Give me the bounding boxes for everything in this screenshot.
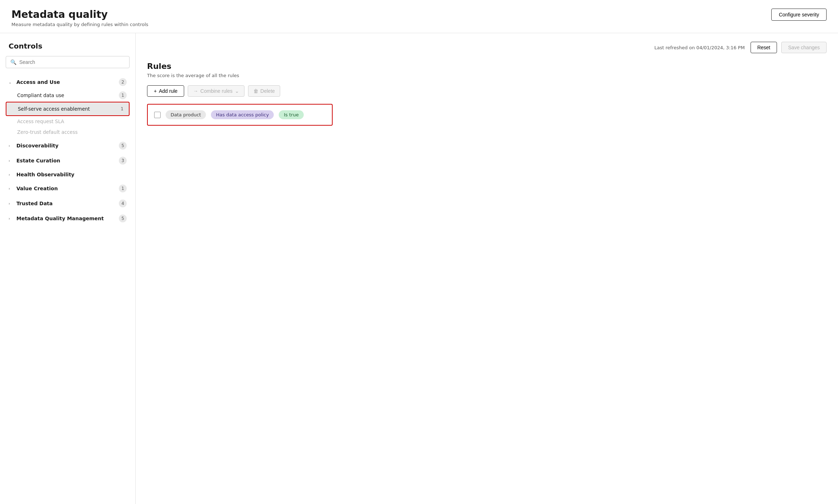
add-rule-button[interactable]: + Add rule [147,85,184,97]
sidebar-item-label-zero-trust: Zero-trust default access [17,129,78,135]
header: Metadata quality Measure metadata qualit… [0,0,838,33]
last-refreshed-label: Last refreshed on 04/01/2024, 3:16 PM [654,45,744,50]
combine-rules-label: Combine rules [200,88,232,94]
search-icon: 🔍 [10,59,16,65]
page-subtitle: Measure metadata quality by defining rul… [11,22,148,27]
delete-label: Delete [261,88,275,94]
sidebar-group-header-left-td: › Trusted Data [9,201,53,206]
chevron-right-icon-disc: › [9,144,14,148]
rules-subtitle: The score is the average of all the rule… [147,73,827,78]
sidebar-group-header-mqm[interactable]: › Metadata Quality Management 5 [6,212,130,225]
trash-icon: 🗑 [253,88,258,94]
chevron-right-icon-ho: › [9,173,14,177]
group-count-value-creation: 1 [119,185,127,192]
sidebar-item-label-self-serve: Self-serve access enablement [18,106,90,112]
group-count-mqm: 5 [119,215,127,222]
sidebar-group-header-discoverability[interactable]: › Discoverability 5 [6,139,130,152]
content-topbar: Last refreshed on 04/01/2024, 3:16 PM Re… [147,42,827,53]
rule-row: Data product Has data access policy Is t… [147,104,333,126]
sidebar-group-header-health-observability[interactable]: › Health Observability [6,169,130,180]
group-count-discoverability: 5 [119,142,127,150]
sidebar-group-header-left-ho: › Health Observability [9,172,74,177]
content-area: Last refreshed on 04/01/2024, 3:16 PM Re… [136,33,838,504]
rule-value-tag: Is true [279,110,303,119]
delete-button: 🗑 Delete [248,85,280,97]
sidebar: Controls 🔍 ⌄ Access and Use 2 Compliant … [0,33,136,504]
sidebar-group-health-observability: › Health Observability [6,169,130,180]
save-changes-button: Save changes [781,42,827,53]
chevron-right-icon-vc: › [9,187,14,191]
rules-section: Rules The score is the average of all th… [147,62,827,126]
sidebar-item-self-serve-access[interactable]: Self-serve access enablement 1 [6,102,130,116]
group-label-access-and-use: Access and Use [16,79,60,85]
rules-toolbar: + Add rule → Combine rules ⌄ 🗑 Delete [147,85,827,97]
search-input[interactable] [19,59,125,65]
sidebar-group-header-left-mqm: › Metadata Quality Management [9,216,104,221]
add-rule-label: Add rule [159,88,177,94]
sidebar-group-discoverability: › Discoverability 5 [6,139,130,152]
main-layout: Controls 🔍 ⌄ Access and Use 2 Compliant … [0,33,838,504]
rules-list: Data product Has data access policy Is t… [147,104,827,126]
group-label-mqm: Metadata Quality Management [16,216,104,221]
chevron-down-icon-combine: ⌄ [235,88,239,94]
sidebar-group-header-left: ⌄ Access and Use [9,79,60,85]
group-count-access-and-use: 2 [119,78,127,86]
sidebar-group-value-creation: › Value Creation 1 [6,182,130,195]
group-label-health-observability: Health Observability [16,172,74,177]
chevron-right-icon-td: › [9,202,14,206]
sidebar-title: Controls [6,42,130,50]
reset-button[interactable]: Reset [751,42,777,53]
sidebar-group-trusted-data: › Trusted Data 4 [6,197,130,210]
chevron-right-icon-mqm: › [9,217,14,221]
sidebar-group-estate-curation: › Estate Curation 3 [6,154,130,167]
group-label-estate-curation: Estate Curation [16,158,60,163]
page-container: Metadata quality Measure metadata qualit… [0,0,838,504]
sidebar-group-header-left-vc: › Value Creation [9,186,58,191]
header-left: Metadata quality Measure metadata qualit… [11,9,148,27]
chevron-right-icon-ec: › [9,159,14,163]
sidebar-item-label-access-request-sla: Access request SLA [17,119,64,124]
sidebar-group-metadata-quality-management: › Metadata Quality Management 5 [6,212,130,225]
sidebar-item-access-request-sla[interactable]: Access request SLA [6,116,130,127]
sidebar-group-header-left-ec: › Estate Curation [9,158,60,163]
combine-rules-button: → Combine rules ⌄ [188,85,244,97]
sidebar-group-header-access-and-use[interactable]: ⌄ Access and Use 2 [6,75,130,89]
item-count-compliant-data-use: 1 [119,91,127,99]
sidebar-group-header-estate-curation[interactable]: › Estate Curation 3 [6,154,130,167]
group-label-value-creation: Value Creation [16,186,58,191]
sidebar-group-header-left-disc: › Discoverability [9,143,59,148]
combine-icon: → [193,88,198,94]
rule-checkbox[interactable] [154,112,161,118]
sidebar-item-label-compliant-data-use: Compliant data use [17,92,64,98]
sidebar-group-header-value-creation[interactable]: › Value Creation 1 [6,182,130,195]
chevron-down-icon: ⌄ [9,80,14,84]
sidebar-item-zero-trust[interactable]: Zero-trust default access [6,127,130,137]
rules-title: Rules [147,62,827,71]
plus-icon: + [154,88,157,94]
group-label-trusted-data: Trusted Data [16,201,53,206]
item-count-self-serve: 1 [118,105,126,113]
rule-subject-tag: Data product [166,110,206,119]
group-count-trusted-data: 4 [119,200,127,207]
group-count-estate-curation: 3 [119,157,127,165]
page-title: Metadata quality [11,9,148,20]
sidebar-group-header-trusted-data[interactable]: › Trusted Data 4 [6,197,130,210]
group-label-discoverability: Discoverability [16,143,59,148]
search-box: 🔍 [6,56,130,68]
rule-condition-tag: Has data access policy [211,110,274,119]
configure-severity-button[interactable]: Configure severity [771,9,827,21]
sidebar-item-compliant-data-use[interactable]: Compliant data use 1 [6,89,130,102]
sidebar-group-access-and-use: ⌄ Access and Use 2 Compliant data use 1 … [6,75,130,137]
